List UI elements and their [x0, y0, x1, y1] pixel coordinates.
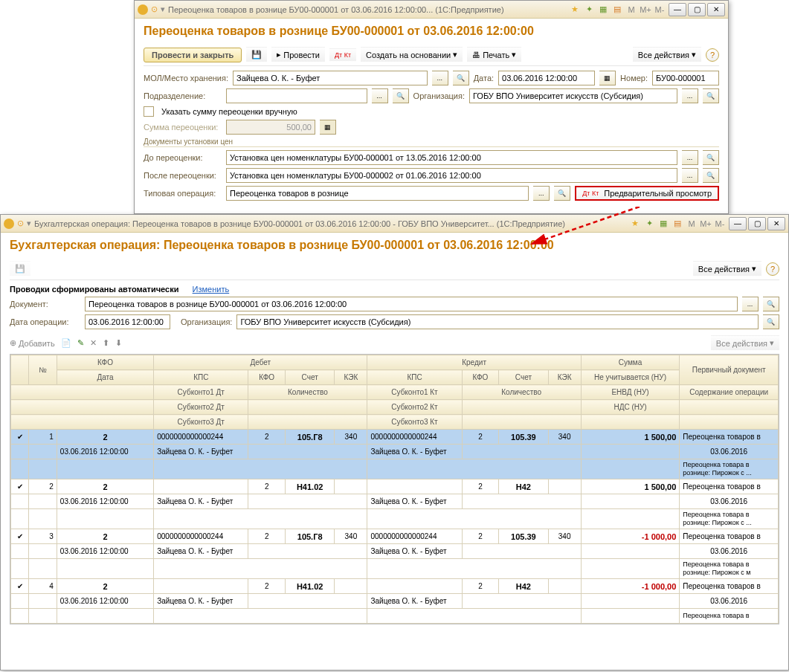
opdate-input[interactable]: 03.06.2016 12:00:00: [85, 314, 170, 329]
calendar-button[interactable]: ▦: [599, 71, 616, 85]
before-input[interactable]: Установка цен номенклатуры БУ00-000001 о…: [226, 150, 677, 165]
after-input[interactable]: Установка цен номенклатуры БУ00-000002 о…: [226, 168, 677, 183]
col-n: №: [29, 355, 57, 385]
date-input[interactable]: 03.06.2016 12:00:00: [498, 71, 595, 85]
move-up-icon[interactable]: ⬆: [103, 338, 109, 348]
window-accounting-operation: ⊙ ▾ Бухгалтерская операция: Переоценка т…: [0, 214, 789, 671]
dropdown-icon[interactable]: ⊙: [17, 219, 24, 228]
m-minus-icon[interactable]: M-: [714, 218, 726, 230]
titlebar[interactable]: ⊙ ▾ Бухгалтерская операция: Переоценка т…: [1, 215, 788, 233]
table-row[interactable]: Переоценка товара в рознице: Пирожок с м: [11, 559, 779, 579]
col-acct: Счет: [286, 370, 335, 385]
col-primdoc: Первичный документ: [680, 355, 779, 385]
table-row[interactable]: 03.06.2016 12:00:00 Зайцева О. К. - Буфе…: [11, 445, 779, 459]
select-button[interactable]: ...: [682, 88, 698, 103]
table-row[interactable]: 03.06.2016 12:00:00 Зайцева О. К. - Буфе…: [11, 544, 779, 559]
manual-sum-checkbox[interactable]: [144, 106, 154, 117]
number-label: Номер:: [620, 74, 648, 83]
number-input[interactable]: БУ00-000001: [652, 71, 719, 85]
bookmark-icon[interactable]: ✦: [583, 4, 595, 16]
table-row[interactable]: ✔32 00000000000002442105.Г8340 000000000…: [11, 529, 779, 544]
window-controls: — ▢ ✕: [669, 3, 725, 16]
table-row[interactable]: Переоценка товара в рознице: Пирожок с .…: [11, 459, 779, 479]
preview-button[interactable]: Дт КтПредварительный просмотр: [575, 186, 719, 201]
delete-icon[interactable]: ✕: [90, 338, 97, 348]
search-button[interactable]: 🔍: [703, 88, 719, 103]
search-button[interactable]: 🔍: [763, 297, 779, 311]
page-title: Бухгалтерская операция: Переоценка товар…: [10, 239, 779, 252]
m-minus-icon[interactable]: M-: [654, 4, 666, 16]
doc-input[interactable]: Переоценка товаров в рознице БУ00-000001…: [85, 297, 738, 311]
table-row[interactable]: ✔12 00000000000002442105.Г8340 000000000…: [11, 430, 779, 445]
typop-input[interactable]: Переоценка товаров в рознице: [226, 186, 529, 201]
table-row[interactable]: 03.06.2016 12:00:00 Зайцева О. К. - Буфе…: [11, 494, 779, 509]
all-actions-button[interactable]: Все действия ▾: [633, 47, 701, 62]
copy-icon[interactable]: 📄: [61, 338, 71, 348]
dept-input[interactable]: [226, 88, 367, 103]
select-button[interactable]: ...: [742, 297, 759, 311]
all-actions-button[interactable]: Все действия ▾: [711, 335, 779, 351]
titlebar[interactable]: ⊙ ▾ Переоценка товаров в рознице БУ00-00…: [135, 1, 728, 19]
edit-icon[interactable]: ✎: [77, 338, 84, 348]
search-button[interactable]: 🔍: [763, 314, 779, 329]
table-row[interactable]: ✔42 2Н41.02 2Н42 -1 000,00Переоценка тов…: [11, 579, 779, 594]
title-toolbar: ★ ✦ ▦ ▤ M M+ M-: [569, 4, 666, 16]
doc-label: Документ:: [10, 300, 80, 308]
table-row[interactable]: Переоценка товара в: [11, 609, 779, 624]
m-icon[interactable]: M: [625, 4, 637, 16]
post-button[interactable]: ▸ Провести: [271, 47, 325, 62]
add-button[interactable]: ⊕ Добавить: [10, 338, 55, 348]
select-button[interactable]: ...: [372, 88, 388, 103]
mol-input[interactable]: Зайцева О. К. - Буфет: [233, 71, 428, 85]
select-button[interactable]: ...: [432, 71, 448, 85]
dtkt-button[interactable]: Дт Кт: [329, 48, 356, 62]
col-acct2: Счет: [499, 370, 548, 385]
help-button[interactable]: ?: [706, 48, 719, 62]
calc-icon[interactable]: ▦: [597, 4, 609, 16]
move-down-icon[interactable]: ⬇: [115, 338, 122, 348]
select-button[interactable]: ...: [533, 186, 550, 201]
search-button[interactable]: 🔍: [453, 71, 469, 85]
select-button[interactable]: ...: [682, 150, 698, 165]
table-row[interactable]: Переоценка товара в рознице: Пирожок с .…: [11, 509, 779, 529]
select-button[interactable]: ...: [682, 168, 698, 183]
minimize-button[interactable]: —: [729, 217, 747, 230]
m-icon[interactable]: M: [686, 218, 698, 230]
org-input[interactable]: ГОБУ ВПО Университет искусств (Субсидия): [236, 314, 759, 329]
search-button[interactable]: 🔍: [703, 168, 719, 183]
col-notcount: Не учитывается (НУ): [581, 370, 680, 385]
print-button[interactable]: 🖶 Печать ▾: [467, 47, 521, 62]
all-actions-button[interactable]: Все действия ▾: [693, 261, 761, 277]
entries-table[interactable]: № КФО Дебет Кредит Сумма Первичный докум…: [10, 354, 779, 624]
mol-label: МОЛ/Место хранения:: [144, 74, 228, 83]
maximize-button[interactable]: ▢: [688, 3, 706, 16]
table-row[interactable]: ✔22 2Н41.02 2Н42 1 500,00Переоценка това…: [11, 479, 779, 494]
dropdown-icon[interactable]: ▾: [161, 4, 165, 14]
dropdown-icon[interactable]: ⊙: [151, 4, 158, 14]
post-and-close-button[interactable]: Провести и закрыть: [144, 48, 242, 62]
table-row[interactable]: 03.06.2016 12:00:00 Зайцева О. К. - Буфе…: [11, 594, 779, 609]
save-button[interactable]: 💾: [246, 47, 267, 62]
calendar-icon[interactable]: ▤: [672, 218, 683, 230]
org-input[interactable]: ГОБУ ВПО Университет искусств (Субсидия): [469, 88, 677, 103]
dropdown-icon[interactable]: ▾: [27, 219, 31, 228]
auto-entries-text: Проводки сформированы автоматически: [10, 285, 178, 294]
window-revaluation: ⊙ ▾ Переоценка товаров в рознице БУ00-00…: [134, 0, 729, 214]
m-plus-icon[interactable]: M+: [640, 4, 651, 16]
m-plus-icon[interactable]: M+: [700, 218, 712, 230]
close-button[interactable]: ✕: [707, 3, 725, 16]
search-button[interactable]: 🔍: [554, 186, 570, 201]
calc-button[interactable]: ▦: [320, 120, 336, 135]
minimize-button[interactable]: —: [669, 3, 686, 16]
help-button[interactable]: ?: [766, 262, 779, 276]
close-button[interactable]: ✕: [767, 217, 785, 230]
window-title: Переоценка товаров в рознице БУ00-000001…: [168, 5, 566, 14]
change-link[interactable]: Изменить: [193, 285, 230, 294]
calc-icon[interactable]: ▦: [657, 218, 669, 230]
star-icon[interactable]: ★: [569, 4, 581, 16]
calendar-icon[interactable]: ▤: [611, 4, 623, 16]
create-based-button[interactable]: Создать на основании ▾: [361, 47, 463, 62]
maximize-button[interactable]: ▢: [748, 217, 766, 230]
search-button[interactable]: 🔍: [393, 88, 409, 103]
search-button[interactable]: 🔍: [703, 150, 719, 165]
